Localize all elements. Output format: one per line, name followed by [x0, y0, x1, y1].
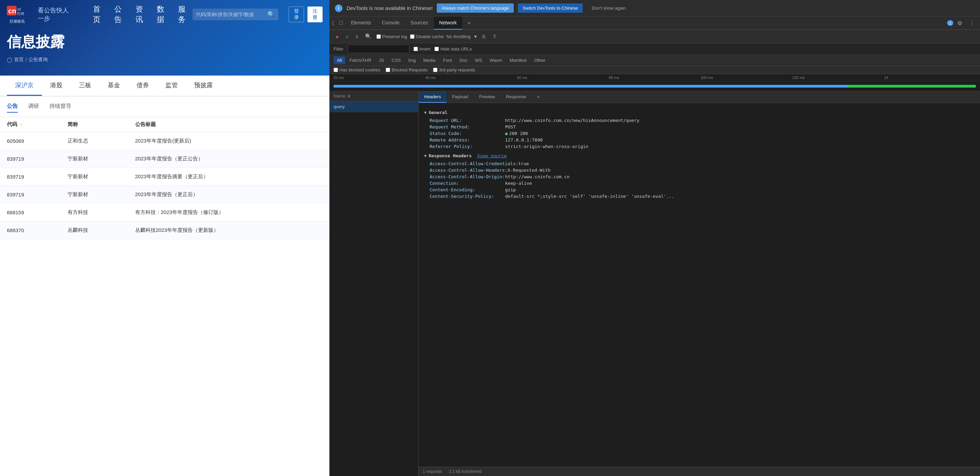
announcements-table: 代码 ↕ 简称 公告标题 605069 正和生态 2023年年度报告(更新后) [0, 117, 329, 240]
filter-manifest[interactable]: Manifest [506, 56, 530, 64]
always-match-button[interactable]: Always match Chrome's language [437, 3, 514, 13]
login-button[interactable]: 登录 [289, 6, 304, 22]
city-tab-sanban[interactable]: 三板 [71, 75, 100, 96]
detail-tab-response[interactable]: Response [500, 91, 531, 103]
hide-data-urls-label: Hide data URLs [434, 46, 472, 51]
close-detail-icon[interactable]: ✕ [345, 93, 352, 99]
switch-chinese-button[interactable]: Switch DevTools to Chinese [518, 3, 583, 13]
dont-show-button[interactable]: Don't show again [587, 3, 630, 13]
detail-tab-more[interactable]: » [531, 91, 545, 103]
connection-row: Connection: keep-alive [424, 180, 975, 186]
city-tab-zhaiquan[interactable]: 债券 [128, 75, 157, 96]
access-origin-value: http://www.cninfo.com.cn [505, 174, 570, 179]
search-icon[interactable]: 🔍 [267, 11, 275, 18]
access-credentials-value: true [518, 161, 529, 166]
response-headers-toggle[interactable]: ▼ [424, 153, 426, 158]
city-tab-yupilou[interactable]: 预披露 [186, 75, 221, 96]
city-tab-jianguan[interactable]: 监管 [157, 75, 186, 96]
nav-services[interactable]: 服务 [178, 4, 186, 25]
devtools-tab-bar: 〈 □ Elements Console Sources Network » 1… [329, 16, 980, 30]
status-code-value: 200 200 [509, 131, 528, 136]
register-button[interactable]: 注册 [307, 6, 323, 22]
city-tab-jijin[interactable]: 基金 [100, 75, 128, 96]
general-toggle[interactable]: ▼ [424, 110, 426, 115]
main-site: cn inf 巨潮 巨潮资讯 看公告快人一步 首页 公告 资讯 数据 服务 🔍 [0, 0, 329, 476]
filter-wasm[interactable]: Wasm [486, 56, 506, 64]
filter-ws[interactable]: WS [471, 56, 485, 64]
detail-tab-preview[interactable]: Preview [474, 91, 500, 103]
timeline-bar [334, 85, 976, 88]
wifi-icon[interactable]: ⎘ [480, 32, 488, 41]
info-icon: i [335, 5, 342, 12]
nav-home[interactable]: 首页 [93, 4, 100, 25]
no-throttling[interactable]: No throttling [446, 34, 471, 39]
network-content: Name ✕ query Headers Payload Preview Res… [329, 91, 980, 476]
tab-elements[interactable]: Elements [345, 16, 376, 30]
notification-badge: 1 [947, 20, 953, 26]
breadcrumb-home[interactable]: 首页 [14, 57, 24, 63]
detail-tab-headers[interactable]: Headers [418, 91, 446, 103]
hide-data-urls-checkbox[interactable] [434, 47, 439, 51]
search-input[interactable] [196, 12, 264, 17]
general-title: General [429, 110, 447, 115]
cell-title[interactable]: 有方科技：2023年年度报告（修订版） [128, 204, 329, 222]
more-options-icon[interactable]: ⋮ [966, 18, 977, 29]
device-toolbar-icon[interactable]: 〈 [329, 18, 337, 28]
disable-cache-checkbox[interactable] [410, 34, 415, 39]
tab-sources[interactable]: Sources [405, 16, 433, 30]
access-headers-label: Access-Control-Allow-Headers: [430, 168, 508, 173]
tab-console[interactable]: Console [376, 16, 405, 30]
nav-announcement[interactable]: 公告 [114, 4, 122, 25]
invert-checkbox[interactable] [414, 47, 418, 51]
filter-doc[interactable]: Doc [456, 56, 471, 64]
record-button[interactable]: ● [334, 32, 341, 41]
city-tab-ganggu[interactable]: 港股 [42, 75, 71, 96]
blocked-cookies-checkbox[interactable] [334, 68, 338, 72]
cell-title[interactable]: 2023年年度报告(更新后) [128, 132, 329, 150]
filter-icon[interactable]: ◊ [353, 32, 360, 41]
third-party-checkbox[interactable] [433, 68, 438, 72]
table-row: 839719 宁新新材 2023年年度报告摘要（更正后） [0, 168, 329, 186]
request-item-query[interactable]: query [329, 101, 418, 112]
upload-icon[interactable]: ⇧ [490, 32, 499, 41]
city-tab-shuhujing[interactable]: 深沪京 [7, 75, 42, 96]
sub-tab-diaoyan[interactable]: 调研 [28, 101, 39, 113]
access-headers-row: Access-Control-Allow-Headers: X-Requeste… [424, 168, 975, 173]
tab-more[interactable]: » [462, 16, 476, 30]
cell-title[interactable]: 2023年年度报告（更正公告） [128, 150, 329, 168]
filter-js[interactable]: JS [375, 56, 387, 64]
tab-network[interactable]: Network [434, 16, 462, 30]
status-dot: ● [505, 131, 508, 136]
status-footer: 1 requests 3.1 kB transferred [418, 467, 980, 476]
cell-code: 688370 [0, 222, 61, 240]
nav-news[interactable]: 资讯 [135, 4, 143, 25]
detail-content: ▼ General Request URL: http://www.cninfo… [418, 103, 980, 467]
connection-label: Connection: [430, 180, 505, 186]
filter-fetch-xhr[interactable]: Fetch/XHR [346, 56, 375, 64]
filter-input[interactable] [348, 45, 409, 53]
cell-title[interactable]: 丛麟科技2023年年度报告（更新版） [128, 222, 329, 240]
detail-tab-payload[interactable]: Payload [446, 91, 474, 103]
filter-media[interactable]: Media [420, 56, 439, 64]
filter-all[interactable]: All [334, 56, 345, 64]
settings-icon[interactable]: ⚙ [955, 18, 965, 29]
sub-tab-jixu[interactable]: 持续督导 [49, 101, 72, 113]
access-origin-row: Access-Control-Allow-Origin: http://www.… [424, 174, 975, 179]
view-source-link[interactable]: View source [477, 153, 506, 158]
request-url-row: Request URL: http://www.cninfo.com.cn/ne… [424, 118, 975, 123]
sub-tab-gonggao[interactable]: 公告 [7, 101, 18, 113]
nav-data[interactable]: 数据 [157, 4, 164, 25]
filter-other[interactable]: Other [531, 56, 549, 64]
preserve-log-checkbox[interactable] [376, 34, 381, 39]
cell-title[interactable]: 2023年年度报告（更正后） [128, 186, 329, 204]
tagline: 看公告快人一步 [38, 6, 72, 23]
clear-button[interactable]: ○ [344, 32, 351, 41]
blocked-requests-checkbox[interactable] [386, 68, 390, 72]
inspect-icon[interactable]: □ [337, 18, 345, 28]
filter-img[interactable]: Img [405, 56, 419, 64]
filter-css[interactable]: CSS [388, 56, 404, 64]
filter-font[interactable]: Font [439, 56, 455, 64]
cell-title[interactable]: 2023年年度报告摘要（更正后） [128, 168, 329, 186]
col-header-code[interactable]: 代码 ↕ [0, 117, 61, 132]
search-network-icon[interactable]: 🔍 [363, 32, 374, 41]
